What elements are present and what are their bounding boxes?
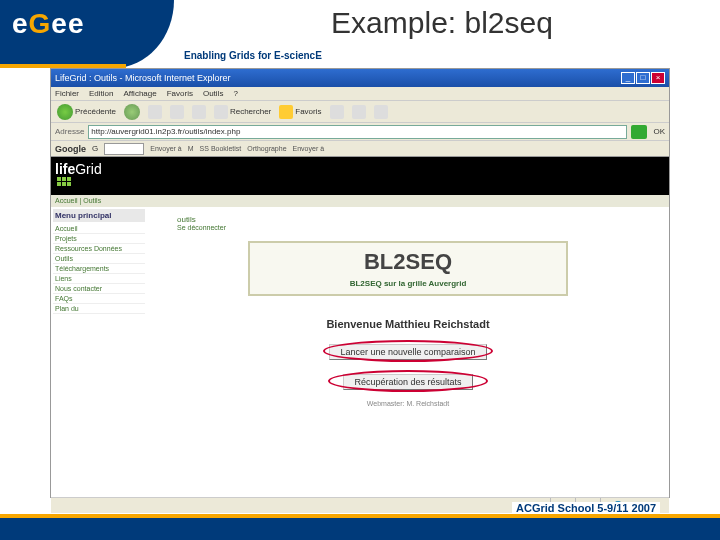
google-search-input[interactable] bbox=[104, 143, 144, 155]
bl2seq-subtitle: BL2SEQ sur la grille Auvergrid bbox=[256, 279, 560, 288]
ie-menu-bar: Fichier Edition Affichage Favoris Outils… bbox=[51, 87, 669, 101]
egee-logo-area: eGee bbox=[0, 0, 174, 68]
mail-icon[interactable] bbox=[352, 105, 366, 119]
search-label: Rechercher bbox=[230, 107, 271, 116]
menu-edit[interactable]: Edition bbox=[89, 89, 113, 98]
logo-squares bbox=[57, 177, 71, 186]
maximize-button[interactable]: □ bbox=[636, 72, 650, 84]
footer-text: ACGrid School 5-9/11 2007 bbox=[512, 502, 660, 514]
sidebar-item-telecharge[interactable]: Téléchargements bbox=[53, 264, 145, 274]
search-button[interactable]: Rechercher bbox=[214, 105, 271, 119]
forward-icon[interactable] bbox=[124, 104, 140, 120]
g-item-0[interactable]: Envoyer à bbox=[150, 145, 182, 152]
google-logo: Google bbox=[55, 144, 86, 154]
stop-icon[interactable] bbox=[148, 105, 162, 119]
bl2seq-box: BL2SEQ BL2SEQ sur la grille Auvergrid bbox=[248, 241, 568, 296]
lifegrid-logo: lifeGrid bbox=[55, 159, 123, 193]
home-icon[interactable] bbox=[192, 105, 206, 119]
g-item-2[interactable]: M bbox=[188, 145, 194, 152]
bl2seq-title: BL2SEQ bbox=[256, 249, 560, 275]
breadcrumb: Accueil | Outils bbox=[51, 195, 669, 207]
page-content: lifeGrid Accueil | Outils Menu principal… bbox=[51, 157, 669, 497]
get-results-button[interactable]: Récupération des résultats bbox=[343, 374, 472, 390]
history-icon[interactable] bbox=[330, 105, 344, 119]
slide-subtitle: Enabling Grids for E-sciencE bbox=[184, 50, 322, 61]
sidebar-item-contact[interactable]: Nous contacter bbox=[53, 284, 145, 294]
sidebar-item-accueil[interactable]: Accueil bbox=[53, 224, 145, 234]
address-input[interactable]: http://auvergrid01.in2p3.fr/outils/index… bbox=[88, 125, 627, 139]
g-item-6[interactable]: Orthographe bbox=[247, 145, 286, 152]
address-label: Adresse bbox=[55, 127, 84, 136]
print-icon[interactable] bbox=[374, 105, 388, 119]
sidebar-item-ressources[interactable]: Ressources Données bbox=[53, 244, 145, 254]
back-icon bbox=[57, 104, 73, 120]
go-button[interactable] bbox=[631, 125, 647, 139]
footer-blue bbox=[0, 518, 720, 540]
sidebar-item-liens[interactable]: Liens bbox=[53, 274, 145, 284]
g-item-7[interactable]: Envoyer à bbox=[293, 145, 325, 152]
search-icon bbox=[214, 105, 228, 119]
sidebar-item-outils[interactable]: Outils bbox=[53, 254, 145, 264]
ok-label: OK bbox=[653, 127, 665, 136]
page-crumb[interactable]: outils bbox=[177, 215, 639, 224]
egee-logo: eGee bbox=[12, 8, 85, 40]
lifegrid-header: lifeGrid bbox=[51, 157, 669, 195]
ie-titlebar: LifeGrid : Outils - Microsoft Internet E… bbox=[51, 69, 669, 87]
menu-tools[interactable]: Outils bbox=[203, 89, 223, 98]
sidebar-item-plan[interactable]: Plan du bbox=[53, 304, 145, 314]
browser-screenshot: LifeGrid : Outils - Microsoft Internet E… bbox=[50, 68, 670, 498]
logout-link[interactable]: Se déconnecter bbox=[177, 224, 639, 231]
main-area: outils Se déconnecter BL2SEQ BL2SEQ sur … bbox=[147, 207, 669, 497]
menu-file[interactable]: Fichier bbox=[55, 89, 79, 98]
sidebar: Menu principal Accueil Projets Ressource… bbox=[51, 207, 147, 497]
launch-compare-button[interactable]: Lancer une nouvelle comparaison bbox=[329, 344, 486, 360]
window-buttons: _ □ × bbox=[621, 72, 665, 84]
slide-header: eGee Example: bl2seq bbox=[0, 0, 720, 68]
back-button[interactable]: Précédente bbox=[57, 104, 116, 120]
google-g: G bbox=[92, 144, 98, 153]
close-button[interactable]: × bbox=[651, 72, 665, 84]
minimize-button[interactable]: _ bbox=[621, 72, 635, 84]
favorites-button[interactable]: Favoris bbox=[279, 105, 321, 119]
webmaster-text: Webmaster: M. Reichstadt bbox=[177, 400, 639, 407]
menu-favs[interactable]: Favoris bbox=[167, 89, 193, 98]
logo-grid: Grid bbox=[75, 161, 101, 177]
sidebar-item-faqs[interactable]: FAQs bbox=[53, 294, 145, 304]
btn2-label: Récupération des résultats bbox=[354, 377, 461, 387]
menu-view[interactable]: Affichage bbox=[123, 89, 156, 98]
title-area: Example: bl2seq bbox=[174, 0, 720, 40]
star-icon bbox=[279, 105, 293, 119]
ie-toolbar: Précédente Rechercher Favoris bbox=[51, 101, 669, 123]
refresh-icon[interactable] bbox=[170, 105, 184, 119]
egee-logo-text: eGee bbox=[12, 8, 85, 39]
google-toolbar: Google G Envoyer à M SS Bookletist Ortho… bbox=[51, 141, 669, 157]
back-label: Précédente bbox=[75, 107, 116, 116]
menu-help[interactable]: ? bbox=[233, 89, 237, 98]
sidebar-title: Menu principal bbox=[53, 209, 145, 222]
sidebar-item-projets[interactable]: Projets bbox=[53, 234, 145, 244]
url-text: http://auvergrid01.in2p3.fr/outils/index… bbox=[91, 127, 240, 136]
welcome-text: Bienvenue Matthieu Reichstadt bbox=[177, 318, 639, 330]
ie-address-bar: Adresse http://auvergrid01.in2p3.fr/outi… bbox=[51, 123, 669, 141]
btn1-label: Lancer une nouvelle comparaison bbox=[340, 347, 475, 357]
window-title: LifeGrid : Outils - Microsoft Internet E… bbox=[55, 73, 621, 83]
page-body: Menu principal Accueil Projets Ressource… bbox=[51, 207, 669, 497]
g-item-5[interactable]: SS Bookletist bbox=[200, 145, 242, 152]
logo-life: life bbox=[55, 161, 75, 177]
favs-label: Favoris bbox=[295, 107, 321, 116]
slide-title: Example: bl2seq bbox=[174, 6, 710, 40]
